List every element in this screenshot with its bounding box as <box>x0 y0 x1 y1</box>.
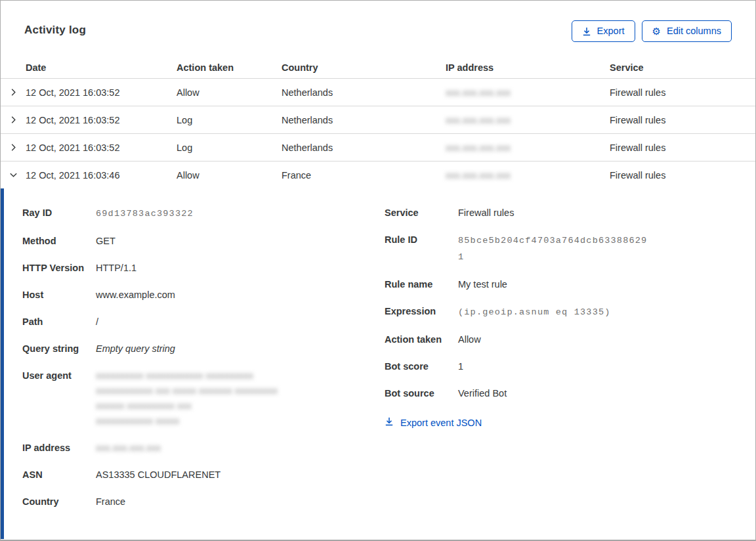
column-header-service: Service <box>610 62 755 73</box>
activity-log-panel: Activity log Export ⚙ Edit columns Date … <box>0 0 756 541</box>
field-label: ASN <box>22 467 96 483</box>
field-value: HTTP/1.1 <box>96 261 136 276</box>
field-value: Empty query string <box>96 341 175 357</box>
detail-left-column: Ray ID 69d13783ac393322 Method GET HTTP … <box>22 206 385 539</box>
field-label: Expression <box>385 304 458 320</box>
field-label: IP address <box>22 441 96 456</box>
field-value: (ip.geoip.asnum eq 13335) <box>458 304 652 320</box>
field-label: Bot source <box>385 386 458 401</box>
detail-field-bot-score: Bot score 1 <box>385 359 755 374</box>
detail-field-rule-name: Rule name My test rule <box>385 277 755 292</box>
field-label: Rule ID <box>385 232 458 265</box>
row-action: Allow <box>177 170 282 181</box>
chevron-right-icon[interactable] <box>1 79 26 106</box>
event-detail-panel: Ray ID 69d13783ac393322 Method GET HTTP … <box>1 188 755 539</box>
detail-field-ip-address: IP address xxx.xxx.xxx.xxx <box>22 441 385 456</box>
page-title: Activity log <box>24 20 86 37</box>
edit-columns-button[interactable]: ⚙ Edit columns <box>642 20 732 42</box>
detail-field-http-version: HTTP Version HTTP/1.1 <box>22 261 385 276</box>
field-value-redacted: xxxxxxxxxx xxxxxxxxxxxx xxxxxxxxxx xxxxx… <box>96 368 278 429</box>
field-label: HTTP Version <box>22 261 96 276</box>
row-date: 12 Oct, 2021 16:03:52 <box>26 115 177 125</box>
download-icon <box>582 27 591 36</box>
row-service: Firewall rules <box>610 87 755 98</box>
row-service: Firewall rules <box>610 170 755 181</box>
edit-columns-button-label: Edit columns <box>667 26 721 36</box>
export-event-json-label: Export event JSON <box>400 418 482 428</box>
row-date: 12 Oct, 2021 16:03:46 <box>26 170 177 181</box>
field-label: Country <box>22 494 96 509</box>
detail-field-action-taken: Action taken Allow <box>385 332 755 347</box>
detail-right-column: Service Firewall rules Rule ID 85bce5b20… <box>385 206 755 539</box>
field-label: Action taken <box>385 332 458 347</box>
detail-field-rule-id: Rule ID 85bce5b204cf4703a764dcb633886291 <box>385 232 755 265</box>
detail-field-asn: ASN AS13335 CLOUDFLARENET <box>22 467 385 483</box>
detail-field-service: Service Firewall rules <box>385 206 755 221</box>
row-ip-redacted: xxx.xxx.xxx.xxx <box>446 87 511 98</box>
field-value: 85bce5b204cf4703a764dcb633886291 <box>458 232 652 265</box>
detail-field-user-agent: User agent xxxxxxxxxx xxxxxxxxxxxx xxxxx… <box>22 368 385 429</box>
field-value: My test rule <box>458 277 507 292</box>
column-header-ip: IP address <box>446 62 610 73</box>
detail-field-ray-id: Ray ID 69d13783ac393322 <box>22 206 385 222</box>
table-row[interactable]: 12 Oct, 2021 16:03:52 Log Netherlands xx… <box>1 133 755 161</box>
row-service: Firewall rules <box>610 142 755 153</box>
field-value: Verified Bot <box>458 386 507 401</box>
field-value: AS13335 CLOUDFLARENET <box>96 467 220 483</box>
column-header-country: Country <box>282 62 446 73</box>
detail-field-query-string: Query string Empty query string <box>22 341 385 357</box>
row-service: Firewall rules <box>610 115 755 125</box>
field-value: Firewall rules <box>458 206 514 221</box>
row-action: Allow <box>177 87 282 98</box>
detail-field-path: Path / <box>22 314 385 330</box>
detail-field-method: Method GET <box>22 234 385 249</box>
header: Activity log Export ⚙ Edit columns <box>1 1 755 42</box>
row-ip-redacted: xxx.xxx.xxx.xxx <box>446 115 511 125</box>
column-header-date: Date <box>26 62 177 73</box>
row-country: France <box>282 170 446 181</box>
row-action: Log <box>177 142 282 153</box>
field-value-redacted: xxx.xxx.xxx.xxx <box>96 443 161 453</box>
field-label: Ray ID <box>22 206 96 222</box>
detail-field-country: Country France <box>22 494 385 509</box>
chevron-right-icon[interactable] <box>1 134 26 161</box>
field-label: Service <box>385 206 458 221</box>
field-label: Query string <box>22 341 96 357</box>
detail-field-host: Host www.example.com <box>22 288 385 303</box>
field-value: Allow <box>458 332 481 347</box>
export-button[interactable]: Export <box>572 20 635 42</box>
row-date: 12 Oct, 2021 16:03:52 <box>26 142 177 153</box>
chevron-down-icon[interactable] <box>1 162 26 188</box>
toolbar: Export ⚙ Edit columns <box>572 20 732 42</box>
table-header-row: Date Action taken Country IP address Ser… <box>1 56 755 78</box>
row-action: Log <box>177 115 282 125</box>
detail-field-bot-source: Bot source Verified Bot <box>385 386 755 401</box>
field-value: 69d13783ac393322 <box>96 206 290 222</box>
column-header-action: Action taken <box>177 62 282 73</box>
field-value: / <box>96 314 98 330</box>
field-value: www.example.com <box>96 288 175 303</box>
row-date: 12 Oct, 2021 16:03:52 <box>26 87 177 98</box>
table-row-expanded[interactable]: 12 Oct, 2021 16:03:46 Allow France xxx.x… <box>1 161 755 188</box>
row-country: Netherlands <box>282 87 446 98</box>
export-button-label: Export <box>597 26 625 36</box>
field-label: Bot score <box>385 359 458 374</box>
download-icon <box>385 417 394 428</box>
field-value: GET <box>96 234 116 249</box>
table-row[interactable]: 12 Oct, 2021 16:03:52 Log Netherlands xx… <box>1 106 755 133</box>
gear-icon: ⚙ <box>652 26 661 36</box>
field-value: 1 <box>458 359 463 374</box>
field-label: Host <box>22 288 96 303</box>
export-event-json-link[interactable]: Export event JSON <box>385 417 482 428</box>
row-country: Netherlands <box>282 142 446 153</box>
field-value: France <box>96 494 125 509</box>
table-row[interactable]: 12 Oct, 2021 16:03:52 Allow Netherlands … <box>1 78 755 106</box>
row-country: Netherlands <box>282 115 446 125</box>
chevron-right-icon[interactable] <box>1 106 26 133</box>
field-label: User agent <box>22 368 96 429</box>
activity-table: Date Action taken Country IP address Ser… <box>1 56 755 539</box>
field-label: Rule name <box>385 277 458 292</box>
row-ip-redacted: xxx.xxx.xxx.xxx <box>446 142 511 153</box>
field-label: Method <box>22 234 96 249</box>
row-ip-redacted: xxx.xxx.xxx.xxx <box>446 170 511 181</box>
